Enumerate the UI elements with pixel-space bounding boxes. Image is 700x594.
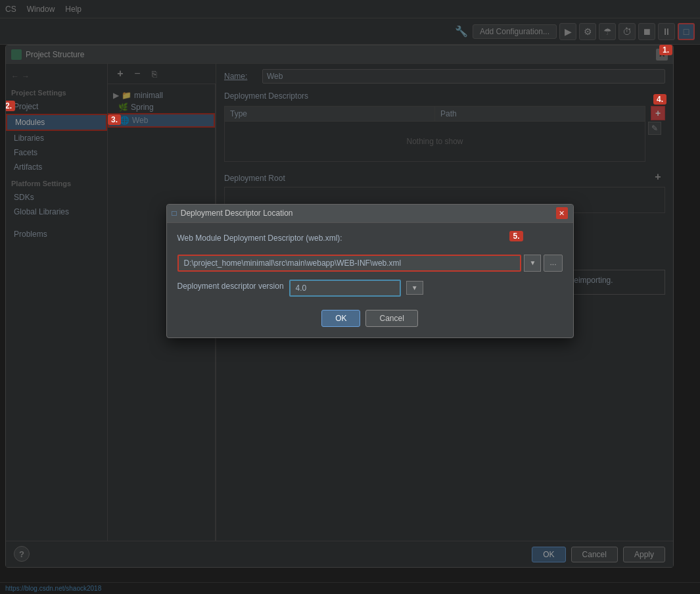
modal-overlay: □ Deployment Descriptor Location ✕ Web M… xyxy=(0,0,700,594)
modal-buttons: OK Cancel xyxy=(177,305,563,327)
modal-title-icon: □ xyxy=(172,209,177,218)
modal-body: Web Module Deployment Descriptor (web.xm… xyxy=(167,223,573,337)
version-dropdown-button[interactable]: ▼ xyxy=(406,281,423,295)
descriptor-path-input[interactable] xyxy=(177,255,522,272)
modal-dialog: □ Deployment Descriptor Location ✕ Web M… xyxy=(166,204,574,338)
modal-ok-button[interactable]: OK xyxy=(321,310,360,327)
web-module-label: Web Module Deployment Descriptor (web.xm… xyxy=(177,234,563,243)
modal-title-bar: □ Deployment Descriptor Location ✕ xyxy=(167,205,573,223)
path-dropdown-button[interactable]: ▼ xyxy=(524,255,541,272)
modal-close-button[interactable]: ✕ xyxy=(556,207,568,219)
modal-path-row: ▼ ... xyxy=(177,255,563,272)
modal-cancel-button[interactable]: Cancel xyxy=(365,310,417,327)
descriptor-version-input[interactable] xyxy=(289,280,401,297)
modal-title-text: □ Deployment Descriptor Location xyxy=(172,209,293,218)
descriptor-version-row: Deployment descriptor version ▼ xyxy=(177,280,563,297)
path-browse-button[interactable]: ... xyxy=(544,255,562,272)
descriptor-version-label: Deployment descriptor version xyxy=(177,282,284,291)
web-module-label-wrapper: Web Module Deployment Descriptor (web.xm… xyxy=(177,234,563,247)
modal-title-label: Deployment Descriptor Location xyxy=(181,209,293,218)
